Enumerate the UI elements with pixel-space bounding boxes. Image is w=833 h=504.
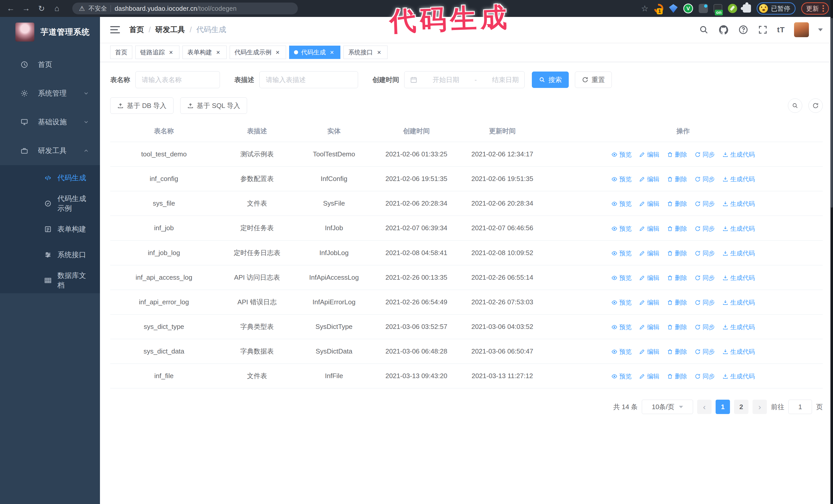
edit-link[interactable]: 编辑 bbox=[639, 249, 659, 258]
generate-code-link[interactable]: 生成代码 bbox=[722, 249, 755, 258]
sync-link[interactable]: 同步 bbox=[695, 199, 715, 209]
extension-orange-icon[interactable]: 1 bbox=[652, 2, 665, 15]
sync-link[interactable]: 同步 bbox=[695, 273, 715, 283]
generate-code-link[interactable]: 生成代码 bbox=[722, 224, 755, 233]
browser-update-button[interactable]: 更新 bbox=[801, 2, 829, 15]
import-sql-button[interactable]: 基于 SQL 导入 bbox=[180, 97, 247, 114]
browser-back-icon[interactable]: ← bbox=[4, 2, 18, 15]
edit-link[interactable]: 编辑 bbox=[639, 322, 659, 332]
edit-link[interactable]: 编辑 bbox=[639, 347, 659, 356]
table-desc-input[interactable] bbox=[259, 71, 358, 88]
extension-panel-icon[interactable] bbox=[699, 4, 708, 13]
page-button-2[interactable]: 2 bbox=[734, 400, 748, 414]
sidebar-item-codegen-example[interactable]: 代码生成示例 bbox=[0, 191, 100, 216]
preview-link[interactable]: 预览 bbox=[611, 174, 632, 184]
scrollbar-thumb[interactable] bbox=[831, 18, 833, 208]
sync-link[interactable]: 同步 bbox=[695, 372, 715, 381]
sync-link[interactable]: 同步 bbox=[695, 224, 715, 233]
close-icon[interactable] bbox=[328, 49, 335, 56]
import-db-button[interactable]: 基于 DB 导入 bbox=[110, 97, 173, 114]
sidebar-item-devtools[interactable]: 研发工具 bbox=[0, 136, 100, 165]
delete-link[interactable]: 删除 bbox=[667, 249, 687, 258]
edit-link[interactable]: 编辑 bbox=[639, 224, 659, 233]
sidebar-collapse-icon[interactable] bbox=[110, 26, 120, 33]
delete-link[interactable]: 删除 bbox=[667, 347, 687, 356]
edit-link[interactable]: 编辑 bbox=[639, 174, 659, 184]
preview-link[interactable]: 预览 bbox=[611, 224, 632, 233]
table-name-input[interactable] bbox=[135, 71, 220, 88]
generate-code-link[interactable]: 生成代码 bbox=[722, 322, 755, 332]
user-avatar[interactable] bbox=[794, 22, 809, 37]
close-icon[interactable] bbox=[215, 49, 222, 56]
generate-code-link[interactable]: 生成代码 bbox=[722, 273, 755, 283]
sync-link[interactable]: 同步 bbox=[695, 322, 715, 332]
sidebar-item-system-api[interactable]: 系统接口 bbox=[0, 242, 100, 268]
extension-gem-icon[interactable] bbox=[669, 4, 678, 13]
delete-link[interactable]: 删除 bbox=[667, 273, 687, 283]
refresh-table-button[interactable] bbox=[808, 98, 823, 113]
edit-link[interactable]: 编辑 bbox=[639, 298, 659, 307]
sync-link[interactable]: 同步 bbox=[695, 249, 715, 258]
window-scrollbar[interactable] bbox=[830, 0, 833, 504]
sidebar-item-form-builder[interactable]: 表单构建 bbox=[0, 216, 100, 242]
preview-link[interactable]: 预览 bbox=[611, 347, 632, 356]
github-icon[interactable] bbox=[718, 24, 729, 35]
page-button-1[interactable]: 1 bbox=[716, 400, 730, 414]
generate-code-link[interactable]: 生成代码 bbox=[722, 372, 755, 381]
edit-link[interactable]: 编辑 bbox=[639, 372, 659, 381]
tab-home[interactable]: 首页 bbox=[110, 46, 132, 59]
sync-link[interactable]: 同步 bbox=[695, 174, 715, 184]
extension-key-icon[interactable] bbox=[728, 4, 737, 13]
preview-link[interactable]: 预览 bbox=[611, 273, 632, 283]
delete-link[interactable]: 删除 bbox=[667, 224, 687, 233]
tab-codegen-active[interactable]: 代码生成 bbox=[289, 46, 340, 59]
browser-reload-icon[interactable]: ↻ bbox=[35, 2, 48, 15]
profile-paused-chip[interactable]: 已暂停 bbox=[757, 2, 795, 15]
breadcrumb-devtools[interactable]: 研发工具 bbox=[155, 25, 185, 35]
sync-link[interactable]: 同步 bbox=[695, 150, 715, 159]
date-range-picker[interactable]: 开始日期 - 结束日期 bbox=[404, 71, 525, 88]
preview-link[interactable]: 预览 bbox=[611, 249, 632, 258]
tab-trace[interactable]: 链路追踪 bbox=[135, 46, 180, 59]
app-logo-row[interactable]: 芋道管理系统 bbox=[0, 17, 100, 47]
preview-link[interactable]: 预览 bbox=[611, 298, 632, 307]
toggle-search-button[interactable] bbox=[788, 98, 802, 113]
preview-link[interactable]: 预览 bbox=[611, 322, 632, 332]
delete-link[interactable]: 删除 bbox=[667, 199, 687, 209]
delete-link[interactable]: 删除 bbox=[667, 174, 687, 184]
delete-link[interactable]: 删除 bbox=[667, 298, 687, 307]
sidebar-item-system[interactable]: 系统管理 bbox=[0, 79, 100, 108]
extension-switch-icon[interactable]: on bbox=[714, 4, 722, 13]
edit-link[interactable]: 编辑 bbox=[639, 199, 659, 209]
breadcrumb-home[interactable]: 首页 bbox=[129, 25, 144, 35]
close-icon[interactable] bbox=[167, 49, 174, 56]
generate-code-link[interactable]: 生成代码 bbox=[722, 150, 755, 159]
avatar-caret-icon[interactable] bbox=[818, 28, 823, 31]
next-page-button[interactable]: › bbox=[753, 400, 767, 414]
address-bar[interactable]: ⚠ 不安全 dashboard.yudao.iocoder.cn/tool/co… bbox=[72, 3, 298, 14]
sidebar-item-db-doc[interactable]: 数据库文档 bbox=[0, 268, 100, 293]
bookmark-star-icon[interactable]: ☆ bbox=[641, 4, 648, 13]
page-size-select[interactable]: 10条/页 bbox=[642, 400, 693, 414]
delete-link[interactable]: 删除 bbox=[667, 322, 687, 332]
delete-link[interactable]: 删除 bbox=[667, 150, 687, 159]
generate-code-link[interactable]: 生成代码 bbox=[722, 347, 755, 356]
sync-link[interactable]: 同步 bbox=[695, 347, 715, 356]
sync-link[interactable]: 同步 bbox=[695, 298, 715, 307]
goto-page-input[interactable] bbox=[788, 400, 812, 414]
tab-system-api[interactable]: 系统接口 bbox=[343, 46, 387, 59]
sidebar-item-codegen[interactable]: 代码生成 bbox=[0, 165, 100, 191]
preview-link[interactable]: 预览 bbox=[611, 372, 632, 381]
generate-code-link[interactable]: 生成代码 bbox=[722, 199, 755, 209]
prev-page-button[interactable]: ‹ bbox=[697, 400, 712, 414]
browser-forward-icon[interactable]: → bbox=[20, 2, 33, 15]
sidebar-item-home[interactable]: 首页 bbox=[0, 50, 100, 79]
edit-link[interactable]: 编辑 bbox=[639, 273, 659, 283]
sidebar-item-infra[interactable]: 基础设施 bbox=[0, 108, 100, 136]
extension-vue-devtools-icon[interactable] bbox=[683, 4, 693, 13]
font-size-icon[interactable]: tT bbox=[777, 25, 785, 34]
search-button[interactable]: 搜索 bbox=[532, 72, 569, 88]
close-icon[interactable] bbox=[274, 49, 281, 56]
tab-form-builder[interactable]: 表单构建 bbox=[183, 46, 227, 59]
delete-link[interactable]: 删除 bbox=[667, 372, 687, 381]
